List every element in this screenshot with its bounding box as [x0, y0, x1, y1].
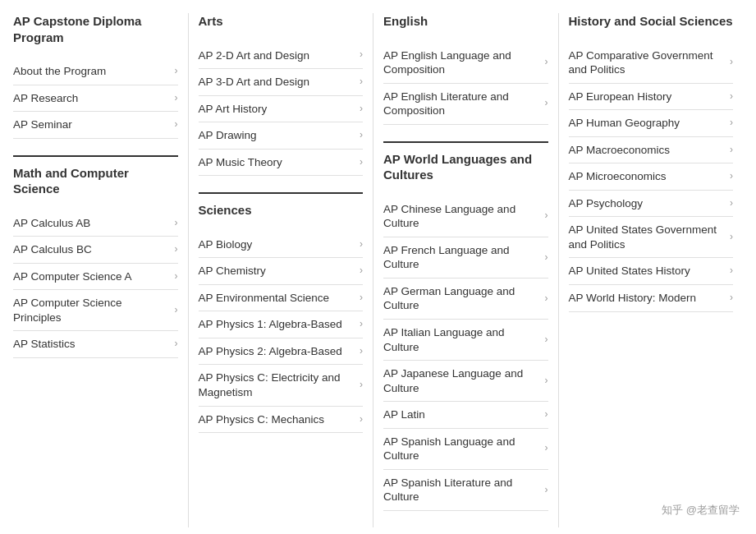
chevron-right-icon: › — [360, 156, 363, 169]
chevron-right-icon: › — [175, 270, 178, 283]
chevron-right-icon: › — [545, 375, 548, 388]
menu-item[interactable]: AP United States History› — [569, 258, 734, 285]
menu-item-label: AP Statistics — [13, 337, 170, 352]
menu-item-label: About the Program — [13, 64, 170, 79]
chevron-right-icon: › — [175, 304, 178, 317]
chevron-right-icon: › — [545, 56, 548, 69]
watermark: 知乎 @老查留学 — [662, 503, 740, 518]
menu-item-label: AP Physics 1: Algebra-Based — [199, 317, 355, 332]
menu-item-label: AP Computer Science Principles — [13, 296, 170, 325]
menu-item[interactable]: AP Macroeconomics› — [569, 137, 734, 164]
section-title: History and Social Sciences — [569, 13, 734, 35]
column-arts-sciences: ArtsAP 2-D Art and Design›AP 3-D Art and… — [189, 13, 374, 527]
section-1: Math and Computer ScienceAP Calculus AB›… — [13, 155, 178, 358]
menu-item-label: AP Human Geography — [569, 116, 726, 131]
menu-item[interactable]: AP 2-D Art and Design› — [199, 43, 364, 70]
menu-item[interactable]: AP Computer Science A› — [13, 264, 178, 291]
chevron-right-icon: › — [545, 292, 548, 306]
menu-item-label: AP Drawing — [199, 128, 355, 143]
menu-item[interactable]: AP Music Theory› — [199, 150, 364, 177]
menu-item[interactable]: AP Biology› — [199, 232, 364, 259]
chevron-right-icon: › — [545, 97, 548, 110]
menu-item[interactable]: AP Art History› — [199, 96, 364, 123]
menu-item-label: AP Microeconomics — [569, 169, 726, 184]
menu-item-label: AP Italian Language and Culture — [383, 325, 540, 354]
menu-item[interactable]: AP Physics 1: Algebra-Based› — [199, 311, 364, 338]
chevron-right-icon: › — [175, 92, 178, 105]
menu-item-label: AP Calculus BC — [13, 242, 170, 257]
menu-item[interactable]: AP Italian Language and Culture› — [383, 320, 548, 361]
menu-item[interactable]: AP European History› — [569, 84, 734, 111]
menu-item[interactable]: AP 3-D Art and Design› — [199, 69, 364, 96]
menu-item-label: AP Japanese Language and Culture — [383, 366, 540, 395]
menu-item-label: AP Spanish Literature and Culture — [383, 476, 540, 504]
menu-item[interactable]: AP Computer Science Principles› — [13, 290, 178, 331]
menu-item-label: AP Research — [13, 91, 170, 106]
menu-item-label: AP Computer Science A — [13, 269, 170, 284]
menu-item[interactable]: AP World History: Modern› — [569, 285, 734, 312]
menu-item[interactable]: AP German Language and Culture› — [383, 279, 548, 320]
menu-item[interactable]: AP Latin› — [383, 402, 548, 429]
chevron-right-icon: › — [730, 231, 733, 244]
chevron-right-icon: › — [730, 170, 733, 183]
chevron-right-icon: › — [545, 484, 548, 497]
section-title: Sciences — [199, 202, 364, 223]
menu-item-label: AP French Language and Culture — [383, 243, 540, 272]
menu-item[interactable]: AP Chinese Language and Culture› — [383, 196, 548, 237]
menu-item[interactable]: AP Japanese Language and Culture› — [383, 361, 548, 402]
menu-item-label: AP European History — [569, 90, 726, 104]
chevron-right-icon: › — [545, 251, 548, 265]
menu-item[interactable]: AP Drawing› — [199, 122, 364, 150]
menu-item[interactable]: AP Human Geography› — [569, 110, 734, 137]
section-1: AP World Languages and CulturesAP Chines… — [383, 141, 548, 511]
menu-item[interactable]: AP Psychology› — [569, 191, 734, 218]
menu-item-label: AP Music Theory — [199, 155, 355, 170]
menu-item-label: AP English Language and Composition — [383, 48, 540, 77]
menu-item[interactable]: About the Program› — [13, 58, 178, 85]
menu-item-label: AP Chinese Language and Culture — [383, 202, 540, 231]
menu-item[interactable]: AP Physics C: Mechanics› — [199, 407, 364, 434]
chevron-right-icon: › — [545, 408, 548, 421]
chevron-right-icon: › — [360, 48, 363, 62]
menu-item[interactable]: AP English Literature and Composition› — [383, 84, 548, 125]
chevron-right-icon: › — [175, 338, 178, 351]
menu-item-label: AP 2-D Art and Design — [199, 48, 355, 63]
menu-item-label: AP Latin — [383, 407, 540, 422]
chevron-right-icon: › — [360, 129, 363, 142]
chevron-right-icon: › — [730, 197, 733, 210]
menu-item-label: AP United States Government and Politics — [569, 223, 726, 251]
menu-item[interactable]: AP Environmental Science› — [199, 285, 364, 312]
menu-item[interactable]: AP Comparative Government and Politics› — [569, 43, 734, 84]
chevron-right-icon: › — [360, 265, 363, 278]
chevron-right-icon: › — [730, 56, 733, 69]
menu-item-label: AP Macroeconomics — [569, 143, 726, 158]
menu-item-label: AP Comparative Government and Politics — [569, 48, 726, 77]
menu-item[interactable]: AP Statistics› — [13, 331, 178, 358]
chevron-right-icon: › — [175, 118, 178, 131]
menu-item[interactable]: AP Chemistry› — [199, 258, 364, 285]
chevron-right-icon: › — [730, 292, 733, 305]
menu-item[interactable]: AP Calculus BC› — [13, 237, 178, 264]
chevron-right-icon: › — [360, 413, 363, 426]
section-divider — [199, 192, 364, 194]
section-title: English — [383, 13, 548, 35]
menu-item[interactable]: AP Physics C: Electricity and Magnetism› — [199, 365, 364, 406]
menu-item-label: AP Art History — [199, 102, 355, 117]
main-columns: AP Capstone Diploma ProgramAbout the Pro… — [13, 13, 743, 527]
menu-item[interactable]: AP English Language and Composition› — [383, 43, 548, 84]
menu-item-label: AP Biology — [199, 237, 355, 252]
section-0: ArtsAP 2-D Art and Design›AP 3-D Art and… — [199, 13, 364, 176]
menu-item[interactable]: AP Microeconomics› — [569, 163, 734, 191]
menu-item[interactable]: AP Research› — [13, 85, 178, 113]
menu-item[interactable]: AP Spanish Language and Culture› — [383, 429, 548, 470]
menu-item[interactable]: AP Calculus AB› — [13, 210, 178, 237]
menu-item[interactable]: AP French Language and Culture› — [383, 237, 548, 279]
menu-item[interactable]: AP Seminar› — [13, 112, 178, 139]
menu-item[interactable]: AP Spanish Literature and Culture› — [383, 470, 548, 511]
section-title: AP World Languages and Cultures — [383, 151, 548, 188]
menu-item[interactable]: AP Physics 2: Algebra-Based› — [199, 338, 364, 366]
section-0: AP Capstone Diploma ProgramAbout the Pro… — [13, 13, 178, 139]
chevron-right-icon: › — [730, 265, 733, 278]
section-title: Arts — [199, 13, 364, 35]
menu-item[interactable]: AP United States Government and Politics… — [569, 217, 734, 258]
